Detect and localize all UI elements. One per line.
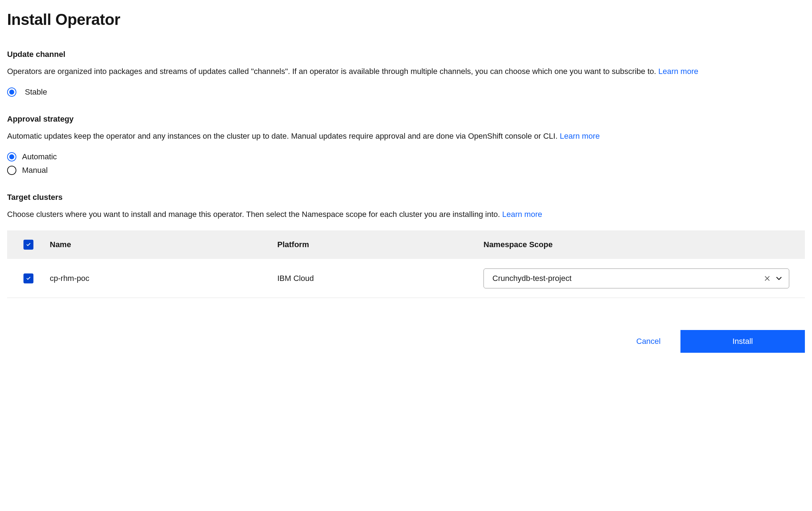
approval-strategy-section: Approval strategy Automatic updates keep…: [7, 115, 805, 175]
target-clusters-heading: Target clusters: [7, 193, 805, 202]
col-platform: Platform: [277, 240, 484, 249]
clusters-table: Name Platform Namespace Scope cp-rhm-poc…: [7, 230, 805, 298]
table-row: cp-rhm-poc IBM Cloud Crunchydb-test-proj…: [7, 259, 805, 298]
cancel-button[interactable]: Cancel: [616, 330, 680, 353]
namespace-scope-value: Crunchydb-test-project: [492, 274, 572, 283]
approval-strategy-radio-group: Automatic Manual: [7, 152, 805, 175]
update-channel-learn-more-link[interactable]: Learn more: [658, 67, 699, 76]
row-name: cp-rhm-poc: [50, 274, 277, 283]
select-all-checkbox[interactable]: [23, 240, 33, 250]
target-clusters-desc-text: Choose clusters where you want to instal…: [7, 210, 502, 219]
namespace-scope-select[interactable]: Crunchydb-test-project: [484, 268, 789, 288]
radio-icon: [7, 152, 16, 161]
col-namespace-scope: Namespace Scope: [484, 240, 791, 249]
page-title: Install Operator: [7, 11, 805, 28]
radio-manual[interactable]: Manual: [7, 166, 805, 175]
radio-automatic[interactable]: Automatic: [7, 152, 805, 161]
row-platform: IBM Cloud: [277, 274, 484, 283]
radio-stable-label: Stable: [25, 87, 47, 97]
radio-icon: [7, 166, 16, 175]
radio-manual-label: Manual: [22, 166, 48, 175]
clear-icon[interactable]: [764, 275, 770, 282]
approval-strategy-learn-more-link[interactable]: Learn more: [560, 132, 600, 140]
check-icon: [25, 275, 32, 282]
radio-icon: [7, 87, 16, 97]
approval-strategy-desc-text: Automatic updates keep the operator and …: [7, 132, 560, 140]
target-clusters-description: Choose clusters where you want to instal…: [7, 208, 803, 220]
footer-actions: Cancel Install: [7, 298, 805, 353]
update-channel-desc-text: Operators are organized into packages an…: [7, 67, 658, 76]
update-channel-radio-group: Stable: [7, 87, 805, 97]
update-channel-heading: Update channel: [7, 50, 805, 59]
check-icon: [25, 241, 32, 248]
install-button[interactable]: Install: [680, 330, 805, 353]
col-name: Name: [50, 240, 277, 249]
approval-strategy-heading: Approval strategy: [7, 115, 805, 124]
update-channel-description: Operators are organized into packages an…: [7, 65, 803, 78]
update-channel-section: Update channel Operators are organized i…: [7, 50, 805, 97]
target-clusters-section: Target clusters Choose clusters where yo…: [7, 193, 805, 298]
target-clusters-learn-more-link[interactable]: Learn more: [502, 210, 542, 219]
radio-stable[interactable]: Stable: [7, 87, 805, 97]
table-header: Name Platform Namespace Scope: [7, 230, 805, 259]
radio-automatic-label: Automatic: [22, 152, 57, 161]
chevron-down-icon[interactable]: [775, 275, 782, 282]
row-checkbox[interactable]: [23, 273, 33, 283]
approval-strategy-description: Automatic updates keep the operator and …: [7, 130, 803, 142]
